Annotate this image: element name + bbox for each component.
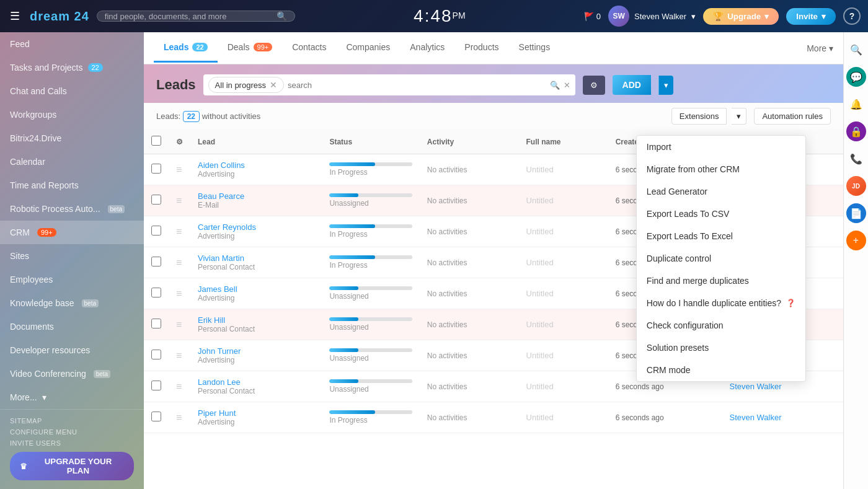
sidebar-item-video[interactable]: Video Conferencing beta — [0, 362, 144, 385]
row-checkbox[interactable] — [151, 350, 161, 359]
sitemap-link[interactable]: SITEMAP — [10, 417, 134, 425]
select-all-checkbox[interactable] — [151, 136, 161, 146]
sidebar-item-bitrix[interactable]: Bitrix24.Drive — [0, 126, 144, 150]
dropdown-migrate[interactable]: Migrate from other CRM — [637, 158, 805, 180]
row-checkbox[interactable] — [151, 195, 161, 205]
list-settings-button[interactable]: ⚙ — [583, 76, 605, 95]
tab-more[interactable]: More ▾ — [807, 43, 833, 53]
duplicate-label: Duplicate control — [647, 253, 711, 263]
sidebar-item-chat[interactable]: Chat and Calls — [0, 79, 144, 103]
upgrade-plan-button[interactable]: ♛ UPGRADE YOUR PLAN — [10, 452, 134, 480]
sidebar-item-more[interactable]: More... ▾ — [0, 385, 144, 409]
invite-link[interactable]: INVITE USERS — [10, 439, 134, 447]
sidebar-item-feed[interactable]: Feed — [0, 32, 144, 56]
sidebar-item-workgroups[interactable]: Workgroups — [0, 103, 144, 126]
drag-handle-icon[interactable]: ≡ — [176, 412, 182, 423]
resp-name[interactable]: Steven Walker — [729, 413, 781, 422]
add-dropdown-button[interactable]: ▾ — [658, 76, 673, 95]
sidebar-item-tasks[interactable]: Tasks and Projects 22 — [0, 56, 144, 79]
row-checkbox[interactable] — [151, 381, 161, 390]
tab-leads[interactable]: Leads 22 — [154, 33, 218, 63]
sidebar-item-employees[interactable]: Employees — [0, 268, 144, 291]
tab-products[interactable]: Products — [454, 33, 508, 63]
right-chat-btn[interactable]: 💬 — [846, 67, 866, 87]
upgrade-button[interactable]: 🏆 Upgrade ▾ — [703, 8, 779, 25]
right-bell-btn[interactable]: 🔔 — [846, 94, 866, 114]
lead-name[interactable]: Vivian Martin — [198, 253, 314, 263]
row-checkbox[interactable] — [151, 288, 161, 297]
drag-handle-icon[interactable]: ≡ — [176, 195, 182, 206]
lead-name[interactable]: Aiden Collins — [198, 161, 314, 170]
tab-contacts[interactable]: Contacts — [282, 33, 336, 63]
drag-handle-icon[interactable]: ≡ — [176, 350, 182, 361]
row-checkbox[interactable] — [151, 164, 161, 174]
sidebar-item-crm[interactable]: CRM 99+ — [0, 221, 144, 244]
right-docs-btn[interactable]: 📄 — [846, 203, 866, 223]
lead-name[interactable]: Beau Pearce — [198, 192, 314, 201]
drag-handle-icon[interactable]: ≡ — [176, 319, 182, 330]
row-checkbox[interactable] — [151, 226, 161, 236]
right-search-btn[interactable]: 🔍 — [846, 40, 866, 59]
dropdown-check-config[interactable]: Check configuration — [637, 314, 805, 337]
configure-link[interactable]: CONFIGURE MENU — [10, 428, 134, 436]
row-checkbox[interactable] — [151, 257, 161, 267]
flag-button[interactable]: 🚩 0 — [584, 12, 601, 21]
sidebar-item-documents[interactable]: Documents — [0, 315, 144, 338]
right-phone-btn[interactable]: 📞 — [846, 149, 866, 169]
lead-name[interactable]: Erik Hill — [198, 315, 314, 325]
right-add-btn[interactable]: + — [846, 231, 866, 250]
gear-icon-header[interactable]: ⚙ — [176, 138, 183, 146]
row-checkbox[interactable] — [151, 319, 161, 328]
dropdown-import[interactable]: Import — [637, 136, 805, 158]
extensions-button[interactable]: Extensions — [671, 108, 727, 125]
tab-analytics[interactable]: Analytics — [400, 33, 454, 63]
sidebar-item-calendar[interactable]: Calendar — [0, 150, 144, 174]
filter-search-icon[interactable]: 🔍 — [550, 81, 560, 90]
lead-sort[interactable]: Lead — [198, 138, 215, 146]
dropdown-crm-mode[interactable]: CRM mode — [637, 359, 805, 381]
dropdown-export-excel[interactable]: Export Leads To Excel — [637, 225, 805, 247]
row-checkbox[interactable] — [151, 412, 161, 421]
sidebar-item-robotic[interactable]: Robotic Process Auto... beta — [0, 197, 144, 221]
dropdown-duplicate[interactable]: Duplicate control — [637, 247, 805, 270]
drag-handle-icon[interactable]: ≡ — [176, 164, 182, 175]
filter-clear-icon[interactable]: ✕ — [564, 81, 570, 90]
user-dropdown-icon[interactable]: ▾ — [691, 12, 696, 21]
right-user-avatar[interactable]: JD — [846, 176, 866, 196]
tab-companies[interactable]: Companies — [336, 33, 400, 63]
sidebar-item-knowledge[interactable]: Knowledge base beta — [0, 291, 144, 315]
hamburger-menu[interactable]: ☰ — [7, 7, 22, 25]
lead-name[interactable]: John Turner — [198, 346, 314, 356]
filter-close-icon[interactable]: ✕ — [270, 80, 277, 90]
automation-button[interactable]: Automation rules — [754, 108, 831, 125]
resp-name[interactable]: Steven Walker — [729, 382, 781, 391]
sidebar-item-sites[interactable]: Sites — [0, 244, 144, 268]
dropdown-merge[interactable]: Find and merge duplicates — [637, 270, 805, 292]
filter-search-input[interactable] — [288, 81, 546, 90]
dropdown-solution[interactable]: Solution presets — [637, 337, 805, 359]
add-button[interactable]: ADD — [613, 75, 651, 95]
lead-name[interactable]: Landon Lee — [198, 377, 314, 387]
global-search-input[interactable] — [105, 12, 272, 21]
drag-handle-icon[interactable]: ≡ — [176, 226, 182, 237]
invite-dropdown-icon: ▾ — [822, 12, 826, 21]
activity-value: No activities — [427, 165, 467, 174]
sidebar-item-time[interactable]: Time and Reports — [0, 174, 144, 197]
sidebar-item-developer[interactable]: Developer resources — [0, 338, 144, 362]
dropdown-generator[interactable]: Lead Generator — [637, 180, 805, 203]
right-lock-btn[interactable]: 🔒 — [846, 121, 866, 141]
tab-deals[interactable]: Deals 99+ — [218, 33, 282, 63]
lead-name[interactable]: Carter Reynolds — [198, 222, 314, 232]
tab-settings[interactable]: Settings — [509, 33, 560, 63]
dropdown-export-csv[interactable]: Export Leads To CSV — [637, 203, 805, 225]
drag-handle-icon[interactable]: ≡ — [176, 381, 182, 392]
drag-handle-icon[interactable]: ≡ — [176, 257, 182, 268]
drag-handle-icon[interactable]: ≡ — [176, 288, 182, 299]
global-search-icon[interactable]: 🔍 — [277, 11, 287, 21]
help-button[interactable]: ? — [843, 7, 861, 25]
lead-name[interactable]: James Bell — [198, 284, 314, 294]
invite-button[interactable]: Invite ▾ — [786, 8, 836, 25]
dropdown-handle-dup[interactable]: How do I handle duplicate entities? ❓ — [637, 292, 805, 314]
lead-name[interactable]: Piper Hunt — [198, 408, 314, 418]
extensions-dropdown[interactable]: ▾ — [732, 108, 746, 125]
